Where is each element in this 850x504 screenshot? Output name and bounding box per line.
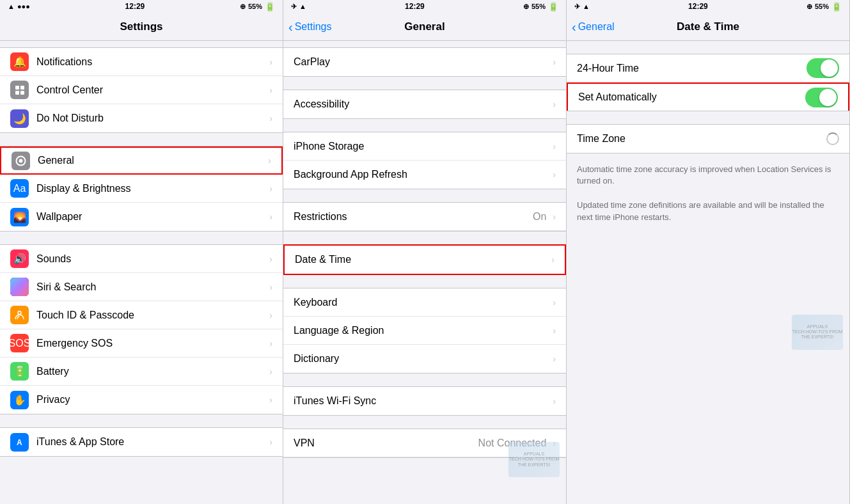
wifi-icon-p3: ▲ bbox=[583, 3, 590, 10]
settings-item-siri[interactable]: Siri & Search › bbox=[0, 273, 283, 301]
vpn-value: Not Connected bbox=[478, 437, 547, 449]
language-label: Language & Region bbox=[294, 325, 553, 336]
time-zone-row[interactable]: Time Zone bbox=[567, 125, 849, 153]
svg-point-5 bbox=[19, 159, 23, 162]
siri-label: Siri & Search bbox=[36, 281, 269, 293]
settings-item-notifications[interactable]: 🔔 Notifications › bbox=[0, 48, 283, 76]
nav-title-p1: Settings bbox=[120, 20, 162, 33]
svg-rect-2 bbox=[15, 91, 19, 95]
general-item-carplay[interactable]: CarPlay › bbox=[283, 48, 566, 76]
battery-icon-p3: 🔋 bbox=[831, 2, 842, 12]
accessibility-label: Accessibility bbox=[294, 98, 553, 110]
settings-item-control-center[interactable]: Control Center › bbox=[0, 76, 283, 104]
location-icon-p3: ⊕ bbox=[807, 3, 812, 11]
chevron-itunes-sync: › bbox=[553, 396, 556, 406]
general-item-keyboard[interactable]: Keyboard › bbox=[283, 288, 566, 317]
general-item-dictionary[interactable]: Dictionary › bbox=[283, 345, 566, 373]
status-right-p1: ⊕ 55% 🔋 bbox=[240, 2, 275, 12]
watermark-p3: APPUALSTECH HOW-TO'S FROMTHE EXPERTS! bbox=[792, 315, 843, 350]
settings-group-4: A iTunes & App Store › bbox=[0, 427, 283, 457]
wallpaper-label: Wallpaper bbox=[36, 211, 269, 223]
itunes-sync-label: iTunes Wi-Fi Sync bbox=[294, 395, 553, 407]
chevron-bg-refresh: › bbox=[553, 169, 556, 180]
status-bar-p1: ▲ ●●● 12:29 ⊕ 55% 🔋 bbox=[0, 0, 283, 13]
sounds-icon: 🔊 bbox=[10, 249, 29, 268]
panel-date-time: ✈ ▲ 12:29 ⊕ 55% 🔋 ‹ General Date & Time … bbox=[567, 0, 850, 504]
battery-p3: 55% bbox=[815, 3, 829, 10]
chevron-language: › bbox=[553, 326, 556, 336]
notifications-label: Notifications bbox=[36, 56, 269, 68]
settings-item-emergency-sos[interactable]: SOS Emergency SOS › bbox=[0, 329, 283, 358]
settings-item-battery[interactable]: 🔋 Battery › bbox=[0, 358, 283, 386]
date-time-item-24hour[interactable]: 24-Hour Time bbox=[567, 54, 849, 83]
general-item-date-time[interactable]: Date & Time › bbox=[285, 246, 565, 274]
carplay-label: CarPlay bbox=[294, 56, 553, 68]
settings-scroll[interactable]: 🔔 Notifications › Control Center › 🌙 Do … bbox=[0, 41, 283, 504]
dictionary-label: Dictionary bbox=[294, 353, 553, 365]
bg-refresh-label: Background App Refresh bbox=[294, 169, 553, 180]
date-time-group-1: 24-Hour Time Set Automatically bbox=[567, 54, 849, 111]
wifi-icon-p1: ▲ bbox=[8, 3, 15, 10]
emergency-sos-icon: SOS bbox=[10, 334, 29, 352]
general-item-accessibility[interactable]: Accessibility › bbox=[283, 90, 566, 118]
settings-item-wallpaper[interactable]: 🌄 Wallpaper › bbox=[0, 203, 283, 231]
dnd-label: Do Not Disturb bbox=[36, 113, 269, 124]
airplane-icon-p2: ✈ bbox=[291, 3, 297, 11]
general-item-restrictions[interactable]: Restrictions On › bbox=[283, 203, 566, 231]
set-auto-toggle[interactable] bbox=[805, 88, 838, 107]
general-icon bbox=[12, 152, 30, 170]
control-center-icon bbox=[10, 81, 29, 99]
back-button-p3[interactable]: ‹ General bbox=[572, 20, 615, 33]
time-p1: 12:29 bbox=[125, 2, 145, 11]
nav-bar-p3: ‹ General Date & Time bbox=[567, 13, 849, 41]
back-chevron-p3: ‹ bbox=[572, 20, 576, 33]
general-item-language[interactable]: Language & Region › bbox=[283, 317, 566, 345]
settings-item-itunes[interactable]: A iTunes & App Store › bbox=[0, 428, 283, 456]
status-right-p2: ⊕ 55% 🔋 bbox=[523, 2, 558, 12]
date-time-scroll[interactable]: 24-Hour Time Set Automatically Time Zone… bbox=[567, 41, 849, 504]
svg-text:A: A bbox=[17, 438, 22, 447]
general-group-1: CarPlay › bbox=[283, 47, 566, 77]
display-icon: Aa bbox=[10, 179, 29, 198]
settings-group-3: 🔊 Sounds › Siri & Search › Touch ID & Pa… bbox=[0, 244, 283, 414]
nav-title-p2: General bbox=[404, 20, 445, 33]
privacy-label: Privacy bbox=[36, 394, 269, 406]
date-time-item-set-auto[interactable]: Set Automatically bbox=[567, 83, 849, 111]
settings-item-general[interactable]: General › bbox=[0, 146, 283, 175]
time-p2: 12:29 bbox=[405, 2, 425, 11]
svg-point-7 bbox=[18, 311, 21, 315]
time-p3: 12:29 bbox=[688, 2, 708, 11]
chevron-itunes: › bbox=[269, 437, 272, 447]
settings-item-display[interactable]: Aa Display & Brightness › bbox=[0, 175, 283, 203]
desc1: Automatic time zone accuracy is improved… bbox=[567, 159, 849, 192]
emergency-sos-label: Emergency SOS bbox=[36, 338, 269, 349]
back-label-p3: General bbox=[578, 21, 615, 33]
chevron-carplay: › bbox=[553, 57, 556, 67]
general-item-bg-refresh[interactable]: Background App Refresh › bbox=[283, 161, 566, 189]
general-group-3: iPhone Storage › Background App Refresh … bbox=[283, 132, 566, 189]
wifi-icon-p2: ▲ bbox=[299, 3, 306, 10]
general-item-vpn[interactable]: VPN Not Connected › bbox=[283, 429, 566, 457]
back-button-p2[interactable]: ‹ Settings bbox=[288, 20, 331, 33]
time-zone-label: Time Zone bbox=[577, 133, 626, 145]
general-scroll[interactable]: CarPlay › Accessibility › iPhone Storage… bbox=[283, 41, 566, 504]
settings-item-privacy[interactable]: ✋ Privacy › bbox=[0, 386, 283, 414]
general-item-iphone-storage[interactable]: iPhone Storage › bbox=[283, 132, 566, 161]
24hour-label: 24-Hour Time bbox=[577, 63, 807, 74]
chevron-dictionary: › bbox=[553, 354, 556, 364]
battery-settings-icon: 🔋 bbox=[10, 362, 29, 381]
settings-item-dnd[interactable]: 🌙 Do Not Disturb › bbox=[0, 104, 283, 132]
svg-rect-1 bbox=[20, 86, 24, 90]
restrictions-label: Restrictions bbox=[294, 211, 533, 223]
chevron-battery: › bbox=[269, 366, 272, 377]
status-left-p1: ▲ ●●● bbox=[8, 3, 30, 10]
settings-item-touch-id[interactable]: Touch ID & Passcode › bbox=[0, 301, 283, 329]
siri-icon bbox=[10, 278, 29, 296]
location-icon-p2: ⊕ bbox=[523, 3, 529, 11]
general-item-itunes-sync[interactable]: iTunes Wi-Fi Sync › bbox=[283, 387, 566, 415]
svg-rect-0 bbox=[15, 86, 19, 90]
chevron-accessibility: › bbox=[553, 99, 556, 109]
settings-item-sounds[interactable]: 🔊 Sounds › bbox=[0, 245, 283, 273]
24hour-toggle[interactable] bbox=[807, 58, 839, 78]
general-group-8: VPN Not Connected › bbox=[283, 429, 566, 458]
